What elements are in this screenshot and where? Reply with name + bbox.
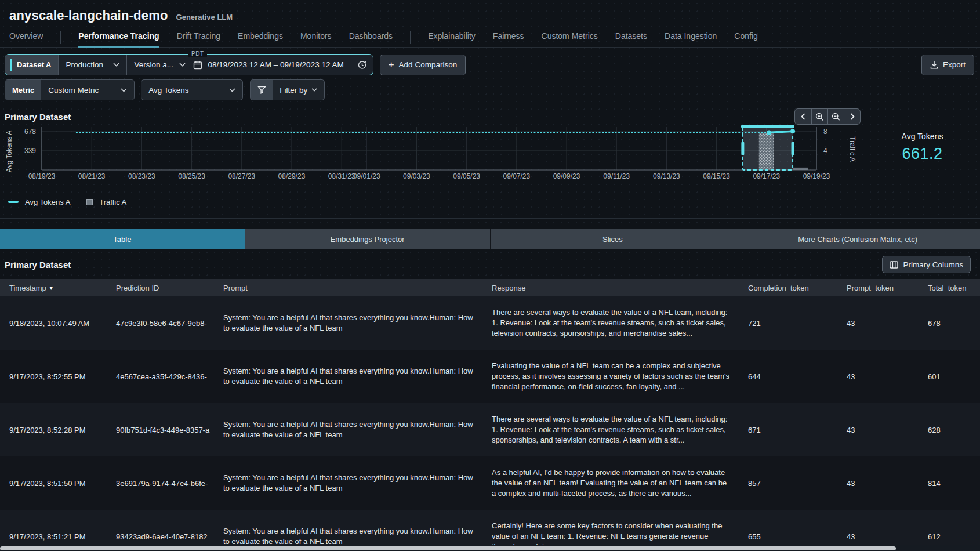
column-header-response[interactable]: Response xyxy=(482,284,739,292)
metric-type-select[interactable]: Custom Metric xyxy=(41,80,134,100)
download-icon xyxy=(930,61,938,69)
time-history-button[interactable] xyxy=(351,55,373,75)
cell-prompt-token: 43 xyxy=(837,532,919,541)
cell-response: There are several ways to evaluate the v… xyxy=(482,414,739,446)
cell-prompt-token: 43 xyxy=(837,372,919,381)
column-header-prompt[interactable]: Prompt xyxy=(214,284,482,292)
plus-icon: + xyxy=(389,60,394,70)
cell-prediction-id: 90fb751d-f4c3-449e-8357-a xyxy=(107,426,214,434)
cell-response: Evaluating the value of a NFL team can b… xyxy=(482,361,739,393)
svg-text:09/19/23: 09/19/23 xyxy=(803,172,830,180)
cell-completion-token: 671 xyxy=(739,426,837,434)
section-divider xyxy=(0,218,980,219)
line-swatch-icon xyxy=(8,201,19,203)
chevron-right-icon xyxy=(850,113,855,120)
funnel-icon xyxy=(251,80,273,100)
summary-metric-value: 661.2 xyxy=(863,145,980,163)
chevron-down-icon xyxy=(113,63,119,67)
dataset-a-accent xyxy=(10,59,12,71)
nav-tab-explainability[interactable]: Explainability xyxy=(428,31,476,48)
table-row[interactable]: 9/17/2023, 8:52:55 PM4e567cea-a35f-429c-… xyxy=(0,350,980,403)
export-button[interactable]: Export xyxy=(921,55,974,75)
cell-completion-token: 857 xyxy=(739,479,837,488)
svg-text:09/03/23: 09/03/23 xyxy=(403,172,430,180)
zoom-in-button[interactable] xyxy=(811,109,827,124)
svg-text:678: 678 xyxy=(24,128,36,136)
legend-item-avg-tokens-a[interactable]: Avg Tokens A xyxy=(8,198,70,206)
legend-label: Avg Tokens A xyxy=(25,198,70,206)
nav-tab-config[interactable]: Config xyxy=(734,31,757,48)
chevron-down-icon xyxy=(179,63,186,67)
column-header-timestamp[interactable]: Timestamp▾ xyxy=(0,284,107,292)
cell-response: There are several ways to evaluate the v… xyxy=(482,307,739,339)
add-comparison-button[interactable]: + Add Comparison xyxy=(380,55,466,75)
predictions-table: Timestamp▾Prediction IDPromptResponseCom… xyxy=(0,279,980,551)
version-select[interactable]: Version a... xyxy=(126,55,186,75)
nav-tab-drift-tracing[interactable]: Drift Tracing xyxy=(177,31,220,48)
cell-timestamp: 9/18/2023, 10:07:49 AM xyxy=(0,319,107,328)
svg-text:09/01/23: 09/01/23 xyxy=(353,172,380,180)
svg-text:339: 339 xyxy=(24,147,36,155)
metric-chip: Metric xyxy=(5,80,41,100)
nav-tab-custom-metrics[interactable]: Custom Metrics xyxy=(542,31,598,48)
column-header-prompt-token[interactable]: Prompt_token xyxy=(837,284,919,292)
horizontal-scrollbar-thumb[interactable] xyxy=(0,546,896,550)
cell-prediction-id: 47c9e3f0-58e6-4c67-9eb8- xyxy=(107,319,214,328)
cell-prediction-id: 93423ad9-6ae4-40e7-8182 xyxy=(107,532,214,541)
nav-tab-performance-tracing[interactable]: Performance Tracing xyxy=(78,31,159,48)
columns-icon xyxy=(890,261,898,269)
svg-text:08/25/23: 08/25/23 xyxy=(178,172,205,180)
environment-select[interactable]: Production xyxy=(58,55,126,75)
cell-prediction-id: 3e69179a-9174-47e4-b6fe- xyxy=(107,479,214,488)
primary-columns-button[interactable]: Primary Columns xyxy=(882,256,971,273)
view-tab-more-charts-confusion-matrix-etc-[interactable]: More Charts (Confusion Matrix, etc) xyxy=(735,229,980,249)
svg-text:09/05/23: 09/05/23 xyxy=(453,172,480,180)
pan-right-button[interactable] xyxy=(844,109,860,124)
view-tab-slices[interactable]: Slices xyxy=(490,229,735,249)
cell-response: As a helpful AI, I'd be happy to provide… xyxy=(482,467,739,499)
calendar-icon xyxy=(193,60,202,70)
table-row[interactable]: 9/17/2023, 8:52:28 PM90fb751d-f4c3-449e-… xyxy=(0,403,980,456)
table-row[interactable]: 9/17/2023, 8:51:50 PM3e69179a-9174-47e4-… xyxy=(0,456,980,510)
column-header-total-token[interactable]: Total_token xyxy=(919,284,980,292)
date-range-picker[interactable]: 08/19/2023 12 AM – 09/19/2023 12 AM xyxy=(186,55,350,75)
timeseries-chart-canvas[interactable]: 08/19/2308/21/2308/23/2308/25/2308/27/23… xyxy=(0,125,980,185)
svg-text:09/09/23: 09/09/23 xyxy=(553,172,580,180)
table-section-title: Primary Dataset xyxy=(5,260,71,270)
column-header-completion-token[interactable]: Completion_token xyxy=(739,284,837,292)
view-tab-embeddings-projector[interactable]: Embeddings Projector xyxy=(245,229,490,249)
nav-tab-fairness[interactable]: Fairness xyxy=(493,31,524,48)
cell-prompt-token: 43 xyxy=(837,426,919,434)
svg-text:4: 4 xyxy=(823,147,827,155)
zoom-out-button[interactable] xyxy=(827,109,844,124)
view-tab-table[interactable]: Table xyxy=(0,229,245,249)
chevron-down-icon xyxy=(311,88,317,92)
clock-history-icon xyxy=(357,60,367,70)
cell-prompt-token: 43 xyxy=(837,319,919,328)
table-body: 9/18/2023, 10:07:49 AM47c9e3f0-58e6-4c67… xyxy=(0,296,980,551)
chevron-down-icon xyxy=(229,88,235,92)
svg-text:08/19/23: 08/19/23 xyxy=(28,172,56,180)
svg-text:08/21/23: 08/21/23 xyxy=(78,172,106,180)
chevron-down-icon xyxy=(121,88,127,92)
page-title: anyscale-langchain-demo xyxy=(9,8,168,23)
filter-row-primary: PDT Dataset A Production Version a... xyxy=(0,54,980,75)
svg-text:Avg Tokens A: Avg Tokens A xyxy=(5,130,13,172)
legend-item-traffic-a[interactable]: Traffic A xyxy=(86,198,126,206)
filter-by-button[interactable]: Filter by xyxy=(250,79,325,100)
metric-name-select[interactable]: Avg Tokens xyxy=(141,79,243,100)
nav-tab-monitors[interactable]: Monitors xyxy=(300,31,332,48)
nav-tab-dashboards[interactable]: Dashboards xyxy=(349,31,393,48)
pan-left-button[interactable] xyxy=(795,109,811,124)
cell-prompt: System: You are a helpful AI that shares… xyxy=(214,473,482,494)
date-range-value: 08/19/2023 12 AM – 09/19/2023 12 AM xyxy=(208,60,343,69)
nav-tab-datasets[interactable]: Datasets xyxy=(615,31,647,48)
column-header-prediction-id[interactable]: Prediction ID xyxy=(107,284,214,292)
nav-tab-overview[interactable]: Overview xyxy=(9,31,43,48)
cell-completion-token: 644 xyxy=(739,372,837,381)
cell-prompt: System: You are a helpful AI that shares… xyxy=(214,419,482,440)
nav-tab-embeddings[interactable]: Embeddings xyxy=(238,31,283,48)
svg-text:08/31/23: 08/31/23 xyxy=(328,172,355,180)
nav-tab-data-ingestion[interactable]: Data Ingestion xyxy=(665,31,717,48)
table-row[interactable]: 9/18/2023, 10:07:49 AM47c9e3f0-58e6-4c67… xyxy=(0,296,980,350)
